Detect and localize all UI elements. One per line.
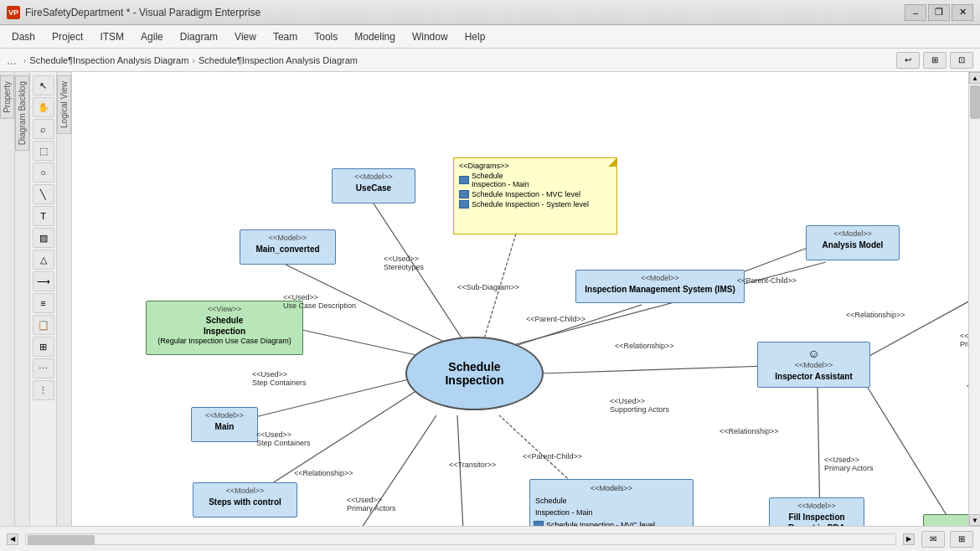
tool-line[interactable]: ╲ <box>33 184 54 204</box>
tool-more1[interactable]: ⋯ <box>33 358 54 378</box>
edge-label-relationship-1: <<Relationship>> <box>294 469 353 477</box>
edge-label-relationship-4: <<Relationship>> <box>720 427 779 435</box>
app-icon: VP <box>7 6 20 19</box>
minimize-button[interactable]: – <box>905 4 926 21</box>
node-schedule-view[interactable]: <<View>> ScheduleInspection (Regular Ins… <box>146 301 303 355</box>
scroll-right-arrow[interactable]: ▶ <box>903 533 915 545</box>
bottom-bar: ◀ ▶ ✉ ⊞ <box>0 526 980 551</box>
svg-line-8 <box>541 365 792 373</box>
edge-label-usecase-desc: <<Used>>Use Case Description <box>283 293 356 310</box>
menu-bar: Dash Project ITSM Agile Diagram View Tea… <box>0 25 980 49</box>
node-steps-control[interactable]: <<Model>> Steps with control <box>193 482 297 518</box>
node-fill-inspection[interactable]: <<Model>> Fill InspectionReport in PDA <box>769 497 864 526</box>
edge-label-parent-child-3: <<Parent-Child>> <box>737 276 797 285</box>
node-analysis-model[interactable]: <<Model>> Analysis Model <box>806 225 900 260</box>
svg-line-0 <box>374 203 466 344</box>
node-center-ellipse[interactable]: ScheduleInspection <box>405 337 544 410</box>
left-toolbar: ↖ ✋ ⌕ ⬚ ○ ╲ T ▨ △ ⟶ ≡ 📋 ⊞ ⋯ ⋮ <box>30 72 57 526</box>
restore-button[interactable]: ❐ <box>928 4 950 21</box>
scroll-thumb-vertical[interactable] <box>970 85 980 119</box>
breadcrumb-btn-2[interactable]: ⊞ <box>923 52 946 69</box>
edge-label-relationship-2: <<Relationship>> <box>615 342 674 350</box>
scroll-down-arrow[interactable]: ▼ <box>969 514 980 526</box>
note-fold-icon <box>608 158 616 167</box>
breadcrumb-dots[interactable]: ... <box>7 54 17 67</box>
tool-more2[interactable]: ⋮ <box>33 380 54 400</box>
node-usecase[interactable]: <<Model>> UseCase <box>332 168 415 203</box>
menu-project[interactable]: Project <box>44 28 91 46</box>
edge-label-primary-actors-3: <<Used>>Primary Actors <box>960 332 968 348</box>
menu-agile[interactable]: Agile <box>132 28 172 46</box>
edge-label-step-containers-1: <<Used>>Step Containers <box>252 370 307 387</box>
menu-diagram[interactable]: Diagram <box>172 28 226 46</box>
breadcrumb-btn-3[interactable]: ⊡ <box>950 52 973 69</box>
menu-view[interactable]: View <box>226 28 265 46</box>
breadcrumb-bar: ... › Schedule¶Inspection Analysis Diagr… <box>0 49 980 72</box>
main-area: Property Diagram Backlog ↖ ✋ ⌕ ⬚ ○ ╲ T ▨… <box>0 72 980 526</box>
canvas-area[interactable]: <<Model>> UseCase <<Model>> Main_convert… <box>72 72 968 526</box>
tool-triangle[interactable]: △ <box>33 250 54 270</box>
close-button[interactable]: ✕ <box>952 4 973 21</box>
svg-line-13 <box>868 295 968 357</box>
property-tab: Property <box>0 72 15 526</box>
tool-rect[interactable]: ⬚ <box>33 141 54 161</box>
app-title: FireSafetyDepartment * - Visual Paradigm… <box>25 7 260 18</box>
edge-label-primary-actors-1: <<Used>>Primary Actors <box>347 496 396 512</box>
breadcrumb-btn-1[interactable]: ↩ <box>896 52 920 69</box>
edge-label-step-containers-2: <<Used>>Step Containers <box>256 430 311 447</box>
edge-label-relationship-3: <<Relationship>> <box>846 311 905 319</box>
menu-modeling[interactable]: Modeling <box>346 28 404 46</box>
property-tab-label[interactable]: Property <box>0 75 14 119</box>
right-scrollbar[interactable]: ▲ ▼ <box>968 72 980 526</box>
edge-label-subdiagram: <<Sub-Diagram>> <box>457 283 519 291</box>
tool-connector[interactable]: ⟶ <box>33 271 54 291</box>
tool-zoom[interactable]: ⌕ <box>33 119 54 139</box>
node-main-converted[interactable]: <<Model>> Main_converted <box>240 229 336 265</box>
tool-grid[interactable]: ⊞ <box>33 337 54 357</box>
breadcrumb-item-2[interactable]: Schedule¶Inspection Analysis Diagram <box>199 55 358 65</box>
node-inspector-assistant[interactable]: ☺ <<Model>> Inspector Assistant <box>757 342 870 388</box>
scroll-up-arrow[interactable]: ▲ <box>969 72 980 84</box>
menu-itsm[interactable]: ITSM <box>91 28 132 46</box>
logical-view-tab: Logical View <box>57 72 72 526</box>
menu-tools[interactable]: Tools <box>306 28 346 46</box>
tool-image[interactable]: ▨ <box>33 228 54 248</box>
edge-label-primary-actors-2: <<Used>>Primary Actors <box>824 456 874 472</box>
edge-label-parent-child-2: <<Parent-Child>> <box>526 315 585 323</box>
edge-label-stereotypes: <<Used>>Stereotypes <box>384 255 424 271</box>
window-controls: – ❐ ✕ <box>905 4 973 21</box>
node-inspector-assistant-view[interactable]: <<View>> Inspector Assistant (Regular In… <box>923 514 968 526</box>
diagram-backlog-tab: Diagram Backlog <box>15 72 30 526</box>
node-main[interactable]: <<Model>> Main <box>191 407 258 442</box>
svg-line-14 <box>868 388 960 526</box>
scroll-left-arrow[interactable]: ◀ <box>7 533 18 545</box>
scroll-track-vertical[interactable] <box>969 84 980 514</box>
logical-view-label[interactable]: Logical View <box>57 75 71 134</box>
edge-label-parent-child-1: <<Parent-Child>> <box>523 452 582 461</box>
edge-label-relationship-5: <<Relationship>> <box>967 382 968 390</box>
menu-window[interactable]: Window <box>404 28 456 46</box>
svg-line-12 <box>457 415 466 526</box>
email-icon[interactable]: ✉ <box>921 531 945 548</box>
tool-note[interactable]: 📋 <box>33 315 54 335</box>
diagram-backlog-label[interactable]: Diagram Backlog <box>15 75 29 151</box>
title-bar: VP FireSafetyDepartment * - Visual Parad… <box>0 0 980 25</box>
edge-label-transitor: <<Transitor>> <box>449 461 496 469</box>
grid-icon[interactable]: ⊞ <box>950 531 973 548</box>
edge-label-supporting: <<Used>>Supporting Actors <box>610 397 669 414</box>
node-models-schedule[interactable]: <<Models>> Schedule Inspection - Main Sc… <box>529 479 694 526</box>
tool-ellipse[interactable]: ○ <box>33 162 54 183</box>
menu-help[interactable]: Help <box>456 28 494 46</box>
menu-dash[interactable]: Dash <box>3 28 44 46</box>
horizontal-scrollbar[interactable] <box>25 533 896 545</box>
breadcrumb-item-1[interactable]: Schedule¶Inspection Analysis Diagram <box>29 55 188 65</box>
tool-pan[interactable]: ✋ <box>33 97 54 117</box>
left-panel: Property Diagram Backlog ↖ ✋ ⌕ ⬚ ○ ╲ T ▨… <box>0 72 72 526</box>
menu-team[interactable]: Team <box>265 28 306 46</box>
node-ims[interactable]: <<Model>> Inspection Management System (… <box>575 270 745 303</box>
tool-list[interactable]: ≡ <box>33 293 54 313</box>
node-diagrams-note[interactable]: <<Diagrams>> ScheduleInspection - Main S… <box>453 157 617 234</box>
tool-select[interactable]: ↖ <box>33 75 54 95</box>
tool-text[interactable]: T <box>33 206 54 226</box>
svg-line-2 <box>298 329 424 357</box>
